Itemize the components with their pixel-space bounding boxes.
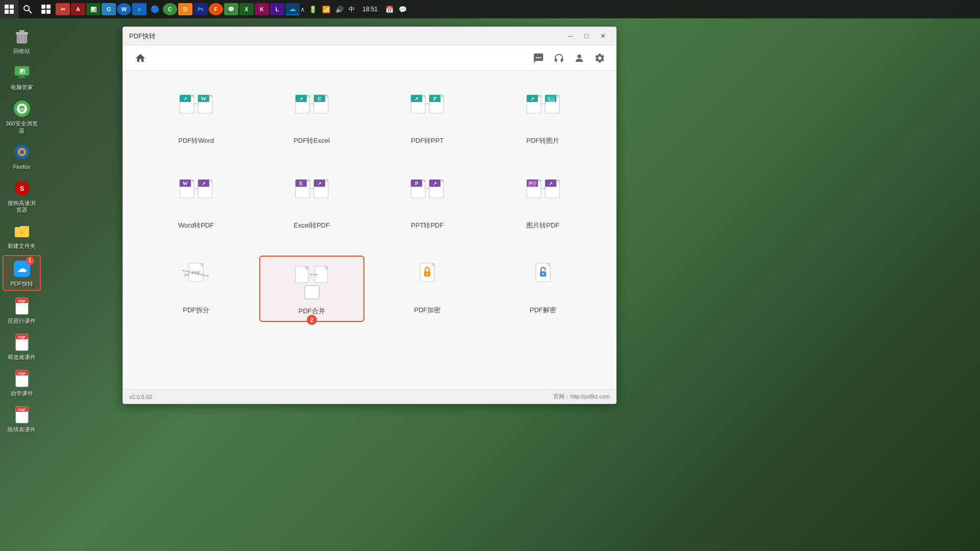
desktop: ✂ A 📊 G W e 🔵 C D Ps F <box>0 0 980 551</box>
svg-text:→: → <box>540 99 547 108</box>
pdf-to-excel-icon-wrap: ↗ E → <box>294 91 330 132</box>
tool-label-image-to-pdf: 图片转PDF <box>526 221 559 230</box>
svg-point-45 <box>536 57 537 58</box>
tool-label-pdf-decrypt: PDF解密 <box>530 306 556 315</box>
svg-point-134 <box>530 183 531 184</box>
tool-label-pdf-to-word: PDF转Word <box>178 136 214 145</box>
tool-pdf-split[interactable]: ✂ PDF PDF拆分 <box>143 256 249 322</box>
toolbar-chat-icon[interactable] <box>530 50 547 66</box>
desktop-icon-label-recycle: 回收站 <box>13 48 30 55</box>
desktop-icon-pc-manager[interactable]: 📊 电脑管家 <box>3 60 41 93</box>
taskbar-app-pdfkz[interactable]: ☁ <box>285 3 300 15</box>
taskbar-app-snippingtool[interactable]: ✂ <box>56 3 70 15</box>
svg-text:→: → <box>308 184 315 192</box>
window-titlebar: PDF快转 ─ □ ✕ <box>123 27 616 45</box>
desktop-icon-laoxue-course[interactable]: PDF 劝学课件 <box>3 366 41 399</box>
desktop-icon-label-bixue: 琵琶行课件 <box>8 318 36 324</box>
taskbar-app-8[interactable]: F <box>209 3 223 15</box>
svg-text:E: E <box>317 95 321 102</box>
tool-pdf-to-excel[interactable]: ↗ E → PDF转Excel <box>259 86 365 151</box>
desktop-icon-chenqing-course[interactable]: PDF 陈情表课件 <box>3 402 41 436</box>
svg-text:↗: ↗ <box>549 181 553 186</box>
svg-rect-8 <box>41 10 45 14</box>
svg-rect-9 <box>46 10 51 14</box>
start-button[interactable] <box>0 0 18 18</box>
window-toolbar <box>123 45 616 71</box>
taskbar-app-6[interactable]: 🔵 <box>148 3 162 15</box>
tool-pdf-to-ppt[interactable]: ↗ P → PDF转PPT <box>375 86 480 151</box>
desktop-icon-360safe[interactable]: 360 360安全浏览器 <box>3 96 41 136</box>
taskbar-app-7[interactable]: D <box>178 3 192 15</box>
svg-text:📊: 📊 <box>19 68 25 74</box>
desktop-icon-sohu-browser[interactable]: S 搜狗高速浏览器 <box>3 176 41 216</box>
taskbar-app-excel[interactable]: X <box>239 3 254 15</box>
taskbar-app-chrome[interactable]: C <box>163 3 177 15</box>
svg-text:→: → <box>424 99 431 108</box>
taskbar-app-9[interactable]: K <box>255 3 269 15</box>
taskbar-app-2[interactable]: 📊 <box>86 3 101 15</box>
taskbar-app-wechat[interactable]: 💬 <box>224 3 238 15</box>
desktop-icon-label-nandu: 蜀道难课件 <box>8 354 36 361</box>
svg-text:PDF: PDF <box>18 372 26 375</box>
desktop-icon-bixue-course[interactable]: PDF 琵琶行课件 <box>3 293 41 327</box>
tool-pdf-decrypt[interactable]: PDF解密 <box>491 256 596 322</box>
svg-text:✂: ✂ <box>184 271 190 279</box>
tool-label-pdf-to-image: PDF转图片 <box>526 136 559 145</box>
svg-text:↗: ↗ <box>183 96 187 102</box>
tool-image-to-pdf[interactable]: ↗ → 图片转PDF <box>491 171 596 235</box>
tool-excel-to-pdf[interactable]: E ↗ → Excel转PDF <box>259 171 365 235</box>
svg-point-4 <box>24 6 29 11</box>
pdfkz-icon-badge: 1 <box>26 257 34 265</box>
desktop-icon-recycle-bin[interactable]: 回收站 <box>3 23 41 57</box>
search-button[interactable] <box>18 0 37 18</box>
desktop-icon-firefox[interactable]: Firefox <box>3 139 41 173</box>
toolbar-headphone-icon[interactable] <box>551 50 567 66</box>
window-minimize-button[interactable]: ─ <box>563 31 577 42</box>
taskbar-app-4[interactable]: W <box>117 3 131 15</box>
desktop-icon-nandu-course[interactable]: PDF 蜀道难课件 <box>3 330 41 363</box>
svg-point-93 <box>548 98 550 99</box>
svg-point-47 <box>540 57 541 58</box>
tool-label-pdf-to-excel: PDF转Excel <box>293 136 330 145</box>
svg-text:→: → <box>192 99 200 108</box>
svg-text:PDF: PDF <box>18 336 26 339</box>
tool-label-pdf-to-ppt: PDF转PPT <box>411 136 444 145</box>
task-view-button[interactable] <box>37 0 55 18</box>
word-to-pdf-icon-wrap: W ↗ → <box>178 176 214 217</box>
toolbar-settings-icon[interactable] <box>592 50 608 66</box>
pdf-to-ppt-icon-wrap: ↗ P → <box>409 91 445 132</box>
svg-text:PDF: PDF <box>18 299 26 303</box>
svg-point-46 <box>538 57 540 58</box>
taskbar-right: ∧ 🔋 📶 🔊 中 18:51 📅 💬 <box>300 5 412 14</box>
tool-pdf-encrypt[interactable]: PDF加密 <box>375 256 480 322</box>
desktop-icon-label-pc-manager: 电脑管家 <box>11 84 33 91</box>
tool-pdf-to-image[interactable]: ↗ → <box>491 86 596 151</box>
desktop-icon-pdfkz[interactable]: ☁ 1 PDF快转 <box>3 255 41 291</box>
taskbar-app-ps[interactable]: Ps <box>193 3 208 15</box>
window-maximize-button[interactable]: □ <box>579 31 594 42</box>
desktop-icons-area: 回收站 📊 电脑管家 360 <box>0 18 43 551</box>
toolbar-user-icon[interactable] <box>571 50 587 66</box>
desktop-icon-label-360safe: 360安全浏览器 <box>5 120 38 134</box>
home-button[interactable] <box>131 49 150 67</box>
app-window-pdfkz: PDF快转 ─ □ ✕ <box>122 27 617 404</box>
svg-rect-6 <box>41 5 45 9</box>
window-close-button[interactable]: ✕ <box>596 31 610 42</box>
tool-ppt-to-pdf[interactable]: P ↗ → PPT转PDF <box>375 171 480 235</box>
taskbar-app-1[interactable]: A <box>71 3 85 15</box>
svg-point-27 <box>20 150 24 154</box>
taskbar-app-3[interactable]: G <box>102 3 116 15</box>
svg-text:↗: ↗ <box>414 96 419 102</box>
svg-text:→: → <box>308 99 315 108</box>
svg-text:↗: ↗ <box>530 96 534 102</box>
tool-label-pdf-split: PDF拆分 <box>183 306 209 315</box>
tool-word-to-pdf[interactable]: W ↗ → Word转PDF <box>143 171 249 235</box>
svg-text:+: + <box>20 229 23 235</box>
svg-text:→: → <box>312 270 318 278</box>
svg-rect-7 <box>46 5 51 9</box>
tool-pdf-to-word[interactable]: ↗ W → <box>143 86 249 151</box>
taskbar-app-10[interactable]: L <box>270 3 284 15</box>
taskbar-app-5[interactable]: e <box>132 3 146 15</box>
desktop-icon-new-folder[interactable]: + 新建文件夹 <box>3 218 41 252</box>
tool-pdf-merge[interactable]: ← → PDF合并 2 <box>259 256 365 322</box>
